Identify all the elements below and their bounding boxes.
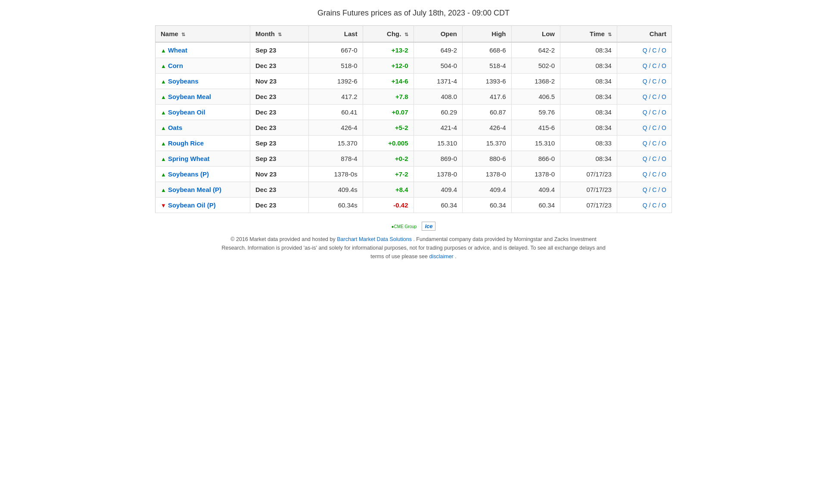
table-row: ▲CornDec 23518-0+12-0504-0518-4502-008:3… — [155, 58, 672, 74]
chart-link-c[interactable]: C — [652, 140, 656, 147]
col-chg-label: Chg. — [387, 30, 401, 37]
chart-link-o[interactable]: O — [662, 155, 666, 162]
col-header-open: Open — [414, 26, 462, 43]
chart-link-o[interactable]: O — [662, 47, 666, 54]
cell-low: 415-6 — [511, 120, 560, 136]
commodity-name-link[interactable]: Soybeans — [168, 77, 199, 85]
col-header-time[interactable]: Time ⇅ — [560, 26, 617, 43]
commodity-name-link[interactable]: Soybean Meal — [168, 93, 211, 100]
arrow-down-icon: ▼ — [161, 202, 166, 209]
cell-name: ▲Corn — [155, 58, 250, 74]
cell-low: 15.310 — [511, 136, 560, 151]
arrow-up-icon: ▲ — [161, 63, 166, 69]
commodity-name-link[interactable]: Wheat — [168, 46, 187, 54]
commodity-name-link[interactable]: Corn — [168, 62, 183, 69]
chart-link-o[interactable]: O — [662, 62, 666, 69]
chart-link-c[interactable]: C — [652, 62, 656, 69]
col-header-chart: Chart — [617, 26, 672, 43]
cell-name: ▲Wheat — [155, 42, 250, 58]
cell-chart: Q / C / O — [617, 198, 672, 213]
commodity-name-link[interactable]: Soybeans (P) — [168, 170, 209, 178]
chart-link-q[interactable]: Q — [643, 78, 647, 85]
cell-last: 518-0 — [309, 58, 363, 74]
chart-link-o[interactable]: O — [662, 202, 666, 209]
cell-open: 60.29 — [414, 105, 462, 120]
cell-last: 426-4 — [309, 120, 363, 136]
chart-link-q[interactable]: Q — [643, 155, 647, 162]
chart-link-o[interactable]: O — [662, 124, 666, 131]
commodity-name-link[interactable]: Oats — [168, 124, 182, 131]
chart-link-o[interactable]: O — [662, 140, 666, 147]
cell-time: 07/17/23 — [560, 198, 617, 213]
cell-chg: +12-0 — [363, 58, 414, 74]
arrow-up-icon: ▲ — [161, 187, 166, 193]
col-time-label: Time — [590, 30, 605, 37]
chart-link-q[interactable]: Q — [643, 186, 647, 193]
cell-time: 08:34 — [560, 42, 617, 58]
chart-link-c[interactable]: C — [652, 186, 656, 193]
arrow-up-icon: ▲ — [161, 94, 166, 100]
chart-link-o[interactable]: O — [662, 186, 666, 193]
chg-value: +0-2 — [395, 155, 408, 162]
col-header-name[interactable]: Name ⇅ — [155, 26, 250, 43]
chart-link-c[interactable]: C — [652, 78, 656, 85]
chart-link-q[interactable]: Q — [643, 47, 647, 54]
cell-last: 409.4s — [309, 182, 363, 198]
cell-chart: Q / C / O — [617, 136, 672, 151]
chart-link-c[interactable]: C — [652, 93, 656, 100]
chart-link-c[interactable]: C — [652, 155, 656, 162]
cell-chg: -0.42 — [363, 198, 414, 213]
chg-value: +14-6 — [392, 77, 408, 85]
main-container: Grains Futures prices as of July 18th, 2… — [155, 9, 672, 261]
commodity-name-link[interactable]: Soybean Meal (P) — [168, 186, 221, 193]
cell-month: Nov 23 — [250, 167, 309, 182]
month-sort-icon: ⇅ — [278, 32, 282, 37]
commodity-name-link[interactable]: Spring Wheat — [168, 155, 210, 162]
cell-chart: Q / C / O — [617, 58, 672, 74]
cell-chart: Q / C / O — [617, 182, 672, 198]
cell-chart: Q / C / O — [617, 151, 672, 167]
chg-value: +5-2 — [395, 124, 408, 131]
cell-month: Sep 23 — [250, 136, 309, 151]
table-row: ▲WheatSep 23667-0+13-2649-2668-6642-208:… — [155, 42, 672, 58]
cell-open: 1378-0 — [414, 167, 462, 182]
disclaimer-end: . — [455, 254, 456, 260]
chart-link-q[interactable]: Q — [643, 124, 647, 131]
ice-logo: ice — [422, 222, 435, 231]
chart-link-c[interactable]: C — [652, 202, 656, 209]
chg-value: +7.8 — [395, 93, 408, 100]
disclaimer-link[interactable]: disclaimer — [429, 254, 453, 260]
chart-link-o[interactable]: O — [662, 109, 666, 116]
chart-link-q[interactable]: Q — [643, 140, 647, 147]
cme-text: CME Group — [394, 224, 417, 229]
commodity-name-link[interactable]: Rough Rice — [168, 139, 204, 147]
cell-high: 1378-0 — [463, 167, 511, 182]
commodity-name-link[interactable]: Soybean Oil — [168, 108, 205, 116]
col-header-month[interactable]: Month ⇅ — [250, 26, 309, 43]
page-title: Grains Futures prices as of July 18th, 2… — [155, 9, 672, 18]
commodity-name-link[interactable]: Soybean Oil (P) — [168, 201, 216, 209]
table-row: ▼Soybean Oil (P)Dec 2360.34s-0.4260.3460… — [155, 198, 672, 213]
cell-high: 426-4 — [463, 120, 511, 136]
chart-link-c[interactable]: C — [652, 109, 656, 116]
col-header-chg[interactable]: Chg. ⇅ — [363, 26, 414, 43]
cell-low: 502-0 — [511, 58, 560, 74]
chart-link-q[interactable]: Q — [643, 93, 647, 100]
cell-last: 878-4 — [309, 151, 363, 167]
chart-link-o[interactable]: O — [662, 171, 666, 178]
chart-link-c[interactable]: C — [652, 47, 656, 54]
chart-link-q[interactable]: Q — [643, 62, 647, 69]
chart-link-q[interactable]: Q — [643, 109, 647, 116]
disclaimer-section: © 2016 Market data provided and hosted b… — [220, 235, 607, 261]
cell-chg: +0-2 — [363, 151, 414, 167]
chart-link-q[interactable]: Q — [643, 171, 647, 178]
chart-link-o[interactable]: O — [662, 93, 666, 100]
chart-link-c[interactable]: C — [652, 171, 656, 178]
barchart-link[interactable]: Barchart Market Data Solutions — [337, 236, 412, 242]
chart-link-c[interactable]: C — [652, 124, 656, 131]
cell-low: 1368-2 — [511, 74, 560, 89]
chart-link-o[interactable]: O — [662, 78, 666, 85]
chart-link-q[interactable]: Q — [643, 202, 647, 209]
cell-last: 15.370 — [309, 136, 363, 151]
arrow-up-icon: ▲ — [161, 156, 166, 162]
